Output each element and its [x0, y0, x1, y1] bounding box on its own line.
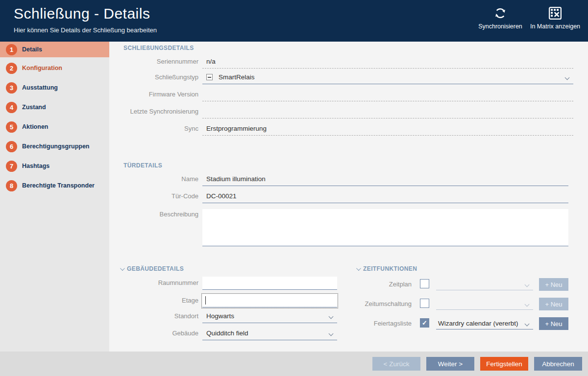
synchronize-button[interactable]: Synchronisieren	[471, 5, 530, 30]
schedule-label: Zeitplan	[322, 281, 412, 288]
collapse-chevron-icon[interactable]	[120, 266, 125, 271]
section-title-text: GEBÄUDEDETAILS	[127, 265, 184, 272]
step-number: 2	[6, 63, 17, 74]
sidebar-item-ausstattung[interactable]: 3 Ausstattung	[0, 80, 109, 95]
lock-type-label: Schließungstyp	[109, 73, 198, 81]
sidebar-item-berechtigungsgruppen[interactable]: 6 Berechtigungsgruppen	[0, 139, 109, 154]
location-label: Standort	[109, 312, 198, 320]
description-textarea[interactable]	[202, 209, 568, 246]
page-subtitle: Hier können Sie Details der Schließung b…	[14, 26, 157, 34]
room-number-input[interactable]	[202, 277, 337, 290]
sync-value: Erstprogrammierung	[202, 123, 573, 136]
last-sync-label: Letzte Synchronisierung	[109, 108, 198, 115]
step-number: 8	[6, 180, 17, 191]
step-number: 5	[6, 121, 17, 133]
building-row: Gebäude Quidditch field	[109, 328, 337, 340]
schedule-checkbox[interactable]	[420, 279, 429, 288]
chevron-down-icon	[525, 322, 530, 327]
description-label: Beschreibung	[109, 211, 198, 218]
chevron-down-icon	[525, 282, 530, 287]
show-in-matrix-button[interactable]: In Matrix anzeigen	[526, 5, 585, 30]
holiday-list-new-button[interactable]: + Neu	[539, 317, 568, 330]
sidebar-item-konfiguration[interactable]: 2 Konfiguration	[0, 60, 109, 76]
firmware-row: Firmware Version	[109, 89, 573, 101]
holiday-list-value: Wizardry calendar (vererbt)	[438, 320, 518, 327]
serial-number-row: Seriennummer n/a	[109, 56, 573, 69]
step-number: 7	[6, 161, 17, 172]
schedule-row: Zeitplan + Neu	[322, 278, 568, 291]
last-sync-row: Letzte Synchronisierung	[109, 106, 573, 118]
back-button: < Zurück	[372, 357, 420, 371]
sidebar-item-label: Berechtigte Transponder	[22, 182, 95, 189]
section-title-building-details: GEBÄUDEDETAILS	[120, 265, 184, 272]
room-number-label: Raumnummer	[109, 279, 198, 286]
holiday-list-dropdown[interactable]: Wizardry calendar (vererbt)	[436, 318, 533, 329]
sidebar-item-berechtigte-transponder[interactable]: 8 Berechtigte Transponder	[0, 178, 109, 193]
footer: < Zurück Weiter > Fertigstellen Abbreche…	[0, 352, 588, 376]
step-number: 6	[6, 141, 17, 152]
step-number: 3	[6, 82, 17, 94]
page-title: Schließung - Details	[14, 5, 150, 22]
room-number-row: Raumnummer	[109, 277, 337, 290]
sidebar-item-hashtags[interactable]: 7 Hashtags	[0, 158, 109, 174]
lock-type-dropdown[interactable]: SmartRelais	[202, 72, 573, 84]
finish-button[interactable]: Fertigstellen	[480, 357, 528, 371]
floor-label: Etage	[109, 297, 198, 304]
building-value: Quidditch field	[206, 329, 248, 337]
sidebar-item-aktionen[interactable]: 5 Aktionen	[0, 119, 109, 135]
time-switching-checkbox[interactable]	[420, 299, 429, 308]
section-title-text: TÜRDETAILS	[123, 162, 162, 169]
floor-row: Etage	[109, 294, 337, 307]
building-dropdown[interactable]: Quidditch field	[202, 328, 337, 340]
last-sync-value	[202, 106, 573, 118]
schedule-dropdown	[436, 279, 533, 290]
door-name-input[interactable]: Stadium illumination	[202, 174, 568, 186]
sidebar-item-label: Konfiguration	[22, 65, 62, 71]
floor-input[interactable]	[202, 294, 337, 307]
lock-type-row: Schließungstyp SmartRelais	[109, 72, 573, 84]
building-label: Gebäude	[109, 329, 198, 337]
door-code-input[interactable]: DC-00021	[202, 191, 568, 203]
firmware-label: Firmware Version	[109, 91, 198, 98]
section-title-door-details: TÜRDETAILS	[123, 162, 162, 169]
location-row: Standort Hogwarts	[109, 311, 337, 323]
sidebar-item-details[interactable]: 1 Details	[0, 42, 109, 57]
header: Schließung - Details Hier können Sie Det…	[0, 0, 588, 42]
holiday-list-label: Feiertagsliste	[322, 320, 412, 327]
chevron-down-icon	[329, 331, 334, 336]
door-code-label: Tür-Code	[109, 192, 198, 200]
time-switching-label: Zeitumschaltung	[322, 300, 412, 307]
sync-icon	[493, 5, 508, 22]
location-value: Hogwarts	[206, 312, 234, 320]
sync-row: Sync Erstprogrammierung	[109, 123, 573, 136]
sidebar-item-label: Aktionen	[22, 123, 48, 130]
location-dropdown[interactable]: Hogwarts	[202, 311, 337, 323]
step-number: 4	[6, 102, 17, 113]
step-number: 1	[6, 44, 17, 55]
chevron-down-icon	[565, 75, 570, 80]
section-title-lock-details: SCHLIEßUNGSDETAILS	[123, 45, 194, 51]
firmware-value	[202, 89, 573, 101]
serial-number-value: n/a	[202, 56, 573, 69]
sync-label: Sync	[109, 125, 198, 132]
door-name-label: Name	[109, 175, 198, 183]
show-in-matrix-label: In Matrix anzeigen	[530, 23, 580, 30]
cancel-button[interactable]: Abbrechen	[534, 357, 582, 371]
next-button[interactable]: Weiter >	[426, 357, 474, 371]
time-switching-new-button: + Neu	[539, 298, 568, 310]
wizard-nav: 1 Details 2 Konfiguration 3 Ausstattung …	[0, 42, 109, 352]
time-switching-dropdown	[436, 299, 533, 310]
sidebar-item-label: Berechtigungsgruppen	[22, 143, 90, 150]
holiday-list-row: Feiertagsliste ✓ Wizardry calendar (vere…	[322, 317, 568, 330]
collapse-chevron-icon[interactable]	[356, 266, 361, 271]
description-row: Beschreibung	[109, 209, 568, 246]
sidebar-item-label: Hashtags	[22, 163, 49, 169]
door-name-row: Name Stadium illumination	[109, 174, 568, 186]
content: SCHLIEßUNGSDETAILS Seriennummer n/a Schl…	[109, 42, 588, 352]
sidebar-item-zustand[interactable]: 4 Zustand	[0, 99, 109, 115]
schedule-new-button: + Neu	[539, 278, 568, 291]
section-title-time-functions: ZEITFUNKTIONEN	[356, 265, 417, 272]
holiday-list-checkbox[interactable]: ✓	[420, 318, 429, 328]
window: Schließung - Details Hier können Sie Det…	[0, 0, 588, 376]
door-code-row: Tür-Code DC-00021	[109, 191, 568, 203]
